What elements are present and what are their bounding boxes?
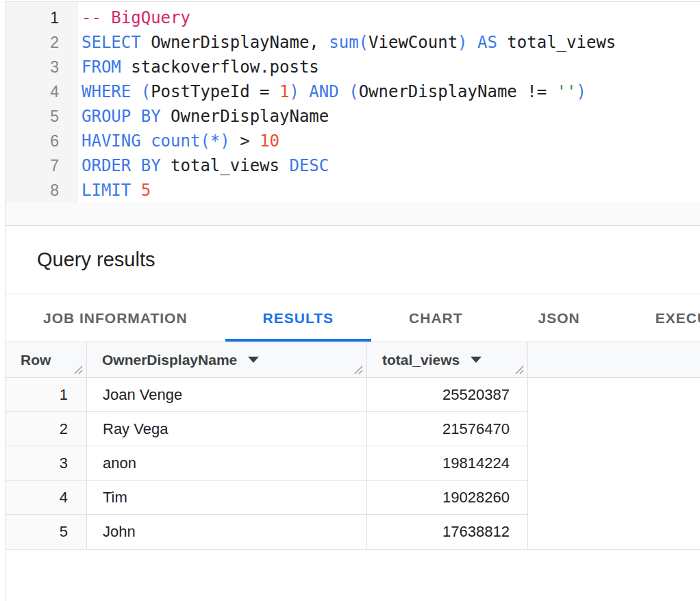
column-header-rownum: Row	[5, 342, 87, 377]
code-line[interactable]: 4WHERE (PostTypeId = 1) AND (OwnerDispla…	[5, 79, 700, 104]
row-number-cell: 3	[5, 446, 87, 481]
code-text: ORDER BY total_views DESC	[78, 153, 329, 178]
code-token: >	[230, 131, 260, 151]
code-token: )	[577, 82, 586, 101]
total-views-cell: 19028260	[367, 481, 528, 515]
code-line[interactable]: 2SELECT OwnerDisplayName, sum(ViewCount)…	[5, 30, 700, 55]
line-number: 8	[5, 178, 78, 203]
tab-job-information[interactable]: JOB INFORMATION	[5, 294, 225, 342]
code-text: LIMIT 5	[78, 178, 151, 203]
code-token: (	[141, 82, 151, 101]
total-views-cell: 21576470	[367, 412, 528, 446]
line-number: 6	[5, 129, 78, 153]
table-row: 2Ray Vega21576470	[5, 412, 700, 446]
editor-empty-area	[5, 203, 700, 225]
line-number: 3	[5, 55, 78, 79]
code-token: )	[458, 33, 467, 52]
line-number: 5	[5, 104, 78, 129]
code-line[interactable]: 7ORDER BY total_views DESC	[5, 153, 700, 178]
owner-display-name-cell: anon	[87, 446, 367, 481]
row-filler-cell	[528, 412, 700, 446]
code-text: HAVING count(*) > 10	[78, 129, 279, 153]
code-line[interactable]: 3FROM stackoverflow.posts	[5, 55, 700, 79]
code-line[interactable]: 8LIMIT 5	[5, 178, 700, 203]
tab-execution-details[interactable]: EXECUTI	[618, 294, 700, 342]
code-text: -- BigQuery	[78, 5, 190, 30]
code-token: 5	[141, 181, 151, 200]
line-number: 2	[5, 30, 78, 55]
code-token: OwnerDisplayName,	[141, 33, 329, 52]
code-token: FROM	[82, 57, 121, 77]
column-resize-handle-icon[interactable]	[73, 364, 83, 374]
row-number-cell: 1	[5, 378, 87, 412]
code-token: GROUP BY	[82, 107, 161, 126]
tab-label: EXECUTI	[655, 310, 700, 327]
code-token: sum	[329, 33, 358, 52]
code-token: SELECT	[82, 33, 141, 52]
table-body: 1Joan Venge255203872Ray Vega215764703ano…	[5, 378, 700, 550]
owner-display-name-cell: John	[87, 515, 367, 549]
table-row: 3anon19814224	[5, 446, 700, 481]
code-token: PostTypeId =	[151, 82, 279, 101]
active-tab-underline	[225, 339, 371, 342]
code-text: WHERE (PostTypeId = 1) AND (OwnerDisplay…	[78, 79, 586, 104]
tab-chart[interactable]: CHART	[371, 294, 501, 342]
row-filler-cell	[528, 378, 700, 412]
code-line[interactable]: 1-- BigQuery	[5, 5, 700, 30]
owner-display-name-cell: Joan Venge	[87, 378, 367, 412]
column-header-filler	[528, 342, 700, 377]
code-token: ViewCount	[368, 33, 458, 52]
code-token: stackoverflow.posts	[121, 57, 319, 77]
tab-label: JOB INFORMATION	[43, 310, 188, 327]
tab-label: RESULTS	[263, 310, 334, 327]
code-token	[141, 131, 151, 151]
code-token: LIMIT	[82, 181, 131, 200]
column-header-value[interactable]: total_views	[367, 342, 528, 377]
table-row: 1Joan Venge25520387	[5, 378, 700, 412]
column-resize-handle-icon[interactable]	[514, 364, 524, 374]
code-token: 1	[279, 82, 289, 101]
sql-editor[interactable]: 1-- BigQuery2SELECT OwnerDisplayName, su…	[5, 1, 700, 226]
column-resize-handle-icon[interactable]	[353, 364, 363, 374]
query-results-header: Query results	[5, 226, 700, 294]
bigquery-results-panel: 1-- BigQuery2SELECT OwnerDisplayName, su…	[5, 1, 700, 601]
code-token: 10	[260, 131, 279, 151]
code-line[interactable]: 5GROUP BY OwnerDisplayName	[5, 104, 700, 129]
owner-display-name-cell: Ray Vega	[87, 412, 367, 446]
code-token: HAVING	[82, 131, 141, 151]
column-header-owner[interactable]: OwnerDisplayName	[87, 342, 367, 377]
code-token: total_views	[497, 33, 616, 52]
code-token	[339, 82, 349, 101]
total-views-cell: 19814224	[367, 446, 528, 481]
code-area[interactable]: 1-- BigQuery2SELECT OwnerDisplayName, su…	[5, 2, 700, 203]
code-token: count(*)	[151, 131, 230, 151]
code-token	[299, 82, 309, 101]
code-text: SELECT OwnerDisplayName, sum(ViewCount) …	[78, 30, 616, 55]
column-menu-arrow-icon[interactable]	[248, 357, 259, 363]
results-tabs: JOB INFORMATIONRESULTSCHARTJSONEXECUTI	[5, 294, 700, 342]
code-token: DESC	[289, 156, 329, 175]
code-token: -- BigQuery	[82, 8, 190, 27]
table-header-row: RowOwnerDisplayNametotal_views	[5, 342, 700, 378]
code-token: ''	[557, 82, 577, 101]
column-header-label: OwnerDisplayName	[102, 352, 237, 368]
code-text: FROM stackoverflow.posts	[78, 55, 319, 79]
code-token	[131, 181, 140, 200]
results-table: RowOwnerDisplayNametotal_views 1Joan Ven…	[5, 342, 700, 550]
code-text: GROUP BY OwnerDisplayName	[78, 104, 329, 129]
row-filler-cell	[528, 515, 700, 549]
query-results-title: Query results	[37, 248, 155, 271]
code-token: OwnerDisplayName !=	[359, 82, 557, 101]
table-row: 5John17638812	[5, 515, 700, 549]
code-token: (	[359, 33, 368, 52]
tab-json[interactable]: JSON	[501, 294, 618, 342]
code-token: WHERE	[82, 82, 131, 101]
row-filler-cell	[528, 481, 700, 515]
code-token: (	[349, 82, 358, 101]
row-number-cell: 4	[5, 481, 87, 515]
column-menu-arrow-icon[interactable]	[471, 357, 482, 363]
tab-results[interactable]: RESULTS	[225, 294, 371, 342]
line-number: 4	[5, 79, 78, 104]
code-line[interactable]: 6HAVING count(*) > 10	[5, 129, 700, 153]
row-number-cell: 5	[5, 515, 87, 549]
